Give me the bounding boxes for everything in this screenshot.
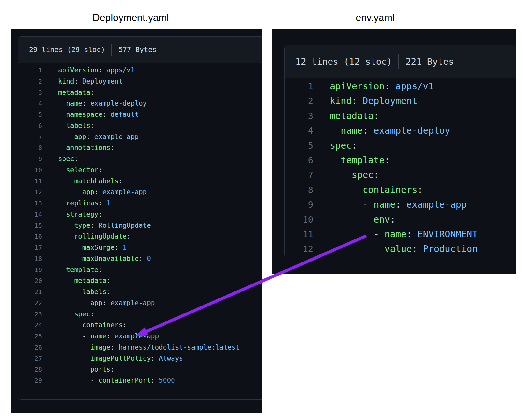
line-number: 28 [18, 364, 42, 375]
line-number: 7 [18, 131, 42, 143]
line-number: 13 [18, 198, 42, 209]
line-number: 26 [18, 342, 42, 353]
code-line: 23 spec: [18, 309, 262, 320]
header-divider [111, 44, 112, 56]
line-number: 4 [18, 98, 42, 109]
line-number: 10 [285, 212, 313, 227]
deployment-file-size: 577 Bytes [118, 46, 156, 54]
deployment-lines-count: 29 lines (29 sloc) [29, 46, 105, 54]
env-file-header: 12 lines (12 sloc) 221 Bytes [285, 45, 516, 78]
code-text: app: example-app [42, 187, 147, 198]
file-title-env-yaml: env.yaml [356, 12, 395, 24]
code-line: 7 app: example-app [18, 131, 262, 143]
code-text: imagePullPolicy: Always [42, 353, 183, 364]
code-line: 15 type: RollingUpdate [18, 220, 262, 231]
code-line: 24 containers: [18, 320, 262, 331]
line-number: 12 [18, 187, 42, 198]
code-line: 5 namespace: default [18, 109, 262, 120]
code-line: 3metadata: [285, 109, 516, 123]
code-line: 2kind: Deployment [285, 94, 516, 108]
code-line: 11 - name: ENVIRONMENT [285, 227, 516, 242]
code-line: 25 - name: example-app [18, 331, 262, 342]
code-line: 28 ports: [18, 364, 262, 375]
line-number: 1 [18, 65, 42, 76]
code-text: kind: Deployment [313, 94, 418, 108]
line-number: 4 [285, 123, 313, 138]
env-yaml-panel: 12 lines (12 sloc) 221 Bytes 1apiVersion… [272, 29, 516, 274]
code-line: 12 value: Production [285, 242, 516, 256]
code-text: spec: [313, 168, 379, 182]
code-text: metadata: [313, 109, 379, 123]
line-number: 27 [18, 353, 42, 364]
code-text: kind: Deployment [42, 76, 122, 87]
env-lines-count: 12 lines (12 sloc) [295, 56, 392, 67]
line-number: 2 [18, 76, 42, 87]
code-line: 4 name: example-deploy [18, 98, 262, 109]
header-divider [398, 54, 399, 69]
line-number: 6 [18, 120, 42, 131]
code-text: metadata: [42, 275, 110, 286]
line-number: 16 [18, 231, 42, 242]
env-file-size: 221 Bytes [405, 56, 454, 67]
deployment-yaml-panel: 29 lines (29 sloc) 577 Bytes 1apiVersion… [11, 29, 262, 413]
code-text: matchLabels: [42, 176, 122, 187]
code-text: annotations: [42, 142, 115, 153]
env-file-box: 12 lines (12 sloc) 221 Bytes 1apiVersion… [284, 45, 516, 258]
code-text: name: example-deploy [42, 98, 147, 109]
code-text: labels: [42, 120, 94, 131]
code-line: 12 app: example-app [18, 187, 262, 198]
code-text: app: example-app [42, 298, 155, 309]
line-number: 5 [285, 138, 313, 153]
code-text: apiVersion: apps/v1 [313, 79, 434, 94]
line-number: 3 [285, 109, 313, 123]
code-line: 29 - containerPort: 5000 [18, 375, 262, 386]
code-text: maxUnavailable: 0 [42, 253, 151, 264]
line-number: 8 [285, 183, 313, 197]
code-text: template: [42, 264, 102, 276]
code-line: 19 template: [18, 264, 262, 276]
deployment-file-header: 29 lines (29 sloc) 577 Bytes [18, 37, 262, 63]
code-text: - containerPort: 5000 [42, 375, 175, 386]
code-line: 3metadata: [18, 87, 262, 98]
code-line: 2kind: Deployment [18, 76, 262, 87]
code-line: 22 app: example-app [18, 298, 262, 309]
code-line: 1apiVersion: apps/v1 [18, 65, 262, 76]
code-line: 27 imagePullPolicy: Always [18, 353, 262, 364]
code-text: type: RollingUpdate [42, 220, 151, 231]
line-number: 18 [18, 253, 42, 264]
code-line: 5spec: [285, 138, 516, 153]
line-number: 29 [18, 375, 42, 386]
code-line: 26 image: harness/todolist-sample:latest [18, 342, 262, 353]
code-line: 16 rollingUpdate: [18, 231, 262, 242]
code-line: 21 labels: [18, 286, 262, 298]
code-text: apiVersion: apps/v1 [42, 65, 135, 76]
line-number: 20 [18, 275, 42, 286]
code-line: 6 template: [285, 153, 516, 168]
line-number: 21 [18, 286, 42, 298]
code-text: template: [313, 153, 390, 168]
code-text: selector: [42, 165, 102, 176]
code-text: value: Production [313, 242, 477, 256]
code-line: 14 strategy: [18, 209, 262, 220]
line-number: 12 [285, 242, 313, 256]
code-line: 18 maxUnavailable: 0 [18, 253, 262, 264]
code-text: spec: [42, 309, 94, 320]
code-text: namespace: default [42, 109, 139, 120]
code-text: image: harness/todolist-sample:latest [42, 342, 240, 353]
code-text: name: example-deploy [313, 123, 450, 138]
line-number: 6 [285, 153, 313, 168]
code-text: spec: [42, 153, 78, 165]
line-number: 23 [18, 309, 42, 320]
code-text: - name: example-app [42, 331, 159, 342]
code-text: - name: example-app [313, 197, 467, 212]
code-line: 9spec: [18, 153, 262, 165]
code-text: containers: [42, 320, 127, 331]
code-text: app: example-app [42, 131, 139, 143]
code-text: - name: ENVIRONMENT [313, 227, 477, 242]
code-text: strategy: [42, 209, 102, 220]
code-text: containers: [313, 183, 423, 197]
code-text: rollingUpdate: [42, 231, 131, 242]
line-number: 9 [285, 197, 313, 212]
line-number: 22 [18, 298, 42, 309]
code-line: 20 metadata: [18, 275, 262, 286]
